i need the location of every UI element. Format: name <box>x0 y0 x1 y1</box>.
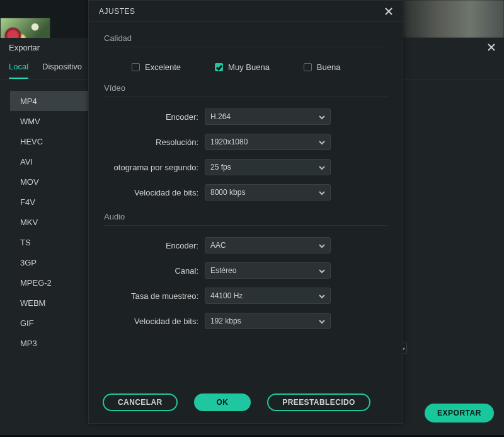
cancel-button[interactable]: CANCELAR <box>103 393 178 411</box>
quality-excellent[interactable]: Excelente <box>132 62 181 72</box>
audio-samplerate-select[interactable]: 44100 Hz <box>205 288 331 304</box>
chevron-down-icon <box>319 242 325 248</box>
close-icon[interactable] <box>488 44 495 51</box>
format-item-mov[interactable]: MOV <box>10 172 91 192</box>
audio-channel-select[interactable]: Estéreo <box>205 262 331 279</box>
divider <box>104 225 387 226</box>
tab-local[interactable]: Local <box>9 62 28 79</box>
format-item-mp4[interactable]: MP4 <box>10 91 91 111</box>
quality-very-good-label: Muy Buena <box>228 62 270 72</box>
video-label: Vídeo <box>104 83 387 93</box>
format-item-mp3[interactable]: MP3 <box>10 333 91 353</box>
audio-label: Audio <box>104 212 387 221</box>
chevron-down-icon <box>319 267 325 274</box>
format-item-webm[interactable]: WEBM <box>10 293 91 313</box>
modal-footer: CANCELAR OK PREESTABLECIDO <box>89 382 403 423</box>
audio-encoder-select[interactable]: AAC <box>205 237 331 253</box>
quality-excellent-label: Excelente <box>145 62 181 72</box>
video-bitrate-label: Velocidad de bits: <box>104 188 198 197</box>
audio-bitrate-select[interactable]: 192 kbps <box>205 313 331 329</box>
video-encoder-select[interactable]: H.264 <box>205 108 331 125</box>
audio-encoder-value: AAC <box>210 241 226 250</box>
export-title: Exportar <box>9 43 40 52</box>
audio-samplerate-label: Tasa de muestreo: <box>104 291 198 301</box>
video-fps-select[interactable]: 25 fps <box>205 159 331 175</box>
video-encoder-label: Encoder: <box>104 112 198 122</box>
video-resolution-label: Resolución: <box>104 137 198 147</box>
format-item-mpeg2[interactable]: MPEG-2 <box>10 272 91 293</box>
format-item-ts[interactable]: TS <box>10 232 91 252</box>
format-item-mkv[interactable]: MKV <box>10 212 91 232</box>
modal-title: AJUSTES <box>99 7 135 16</box>
chevron-down-icon <box>319 114 325 120</box>
audio-encoder-label: Encoder: <box>104 241 198 250</box>
video-bitrate-select[interactable]: 8000 kbps <box>205 184 331 201</box>
checkbox-checked-icon <box>215 63 223 71</box>
chevron-down-icon <box>319 139 325 145</box>
video-encoder-value: H.264 <box>210 112 231 121</box>
quality-good-label: Buena <box>317 62 341 72</box>
audio-bitrate-value: 192 kbps <box>210 317 241 325</box>
checkbox-icon <box>304 63 312 71</box>
audio-bitrate-label: Velocidad de bits: <box>104 317 198 326</box>
modal-close-icon[interactable] <box>385 8 392 15</box>
chevron-down-icon <box>319 164 325 170</box>
section-audio: Audio Encoder: AAC Canal: Estéreo <box>104 212 387 329</box>
format-sidebar: MP4 WMV HEVC AVI MOV F4V MKV TS 3GP MPEG… <box>10 91 91 353</box>
video-fps-value: 25 fps <box>210 163 231 172</box>
format-item-gif[interactable]: GIF <box>10 313 91 333</box>
background-preview-image <box>391 0 504 38</box>
video-resolution-value: 1920x1080 <box>210 137 248 146</box>
divider <box>104 47 387 47</box>
section-quality: Calidad Excelente Muy Buena Buena <box>104 33 387 83</box>
audio-channel-label: Canal: <box>104 266 198 276</box>
divider <box>104 96 387 97</box>
checkbox-icon <box>132 63 140 71</box>
video-fps-label: otograma por segundo: <box>104 163 198 172</box>
video-bitrate-value: 8000 kbps <box>210 188 245 197</box>
chevron-down-icon <box>319 293 325 299</box>
video-resolution-select[interactable]: 1920x1080 <box>205 134 331 150</box>
quality-label: Calidad <box>104 33 387 43</box>
format-item-3gp[interactable]: 3GP <box>10 252 91 272</box>
audio-samplerate-value: 44100 Hz <box>210 291 243 300</box>
chevron-down-icon <box>319 318 325 324</box>
format-item-f4v[interactable]: F4V <box>10 192 91 212</box>
export-button[interactable]: EXPORTAR <box>425 404 494 422</box>
format-item-hevc[interactable]: HEVC <box>10 131 91 151</box>
section-video: Vídeo Encoder: H.264 Resolución: 1920x10… <box>104 83 387 201</box>
settings-modal: AJUSTES Calidad Excelente Muy Buena Bu <box>88 0 403 424</box>
ok-button[interactable]: OK <box>194 393 251 411</box>
format-item-avi[interactable]: AVI <box>10 151 91 172</box>
audio-channel-value: Estéreo <box>210 266 236 275</box>
preset-button[interactable]: PREESTABLECIDO <box>267 393 370 411</box>
quality-good[interactable]: Buena <box>304 62 341 72</box>
tab-device[interactable]: Dispositivo <box>42 62 82 79</box>
quality-very-good[interactable]: Muy Buena <box>215 62 270 72</box>
format-item-wmv[interactable]: WMV <box>10 111 91 131</box>
chevron-down-icon <box>319 189 325 195</box>
